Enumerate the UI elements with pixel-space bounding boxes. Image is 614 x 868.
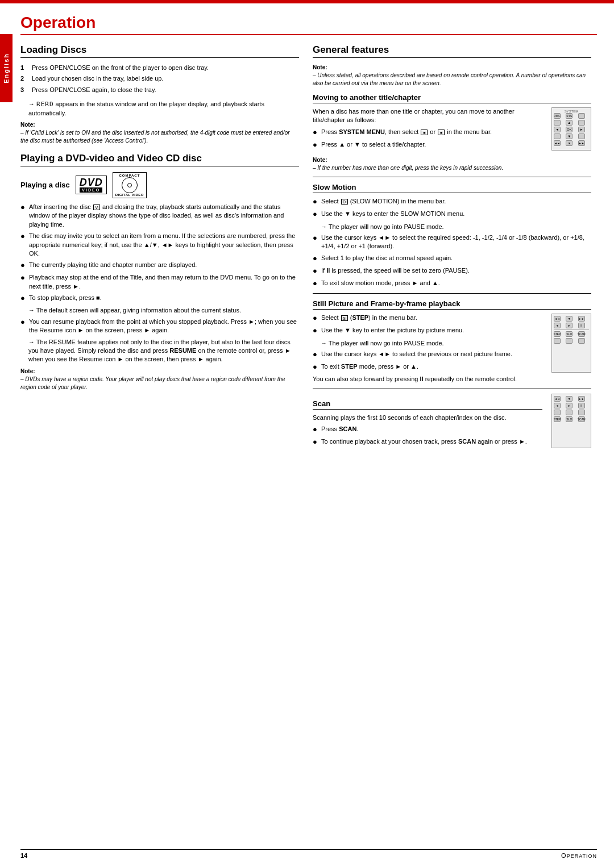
remote-btn: [578, 113, 585, 119]
side-label: English: [0, 34, 13, 102]
remote-btn: [578, 410, 585, 415]
scan-content: Scan Scanning plays the first 10 seconds…: [313, 394, 591, 450]
footer-page-number: 14: [20, 852, 27, 859]
remote-btn: DISC: [554, 113, 561, 119]
slow-bullet-1: ● Select D (SLOW MOTION) in the menu bar…: [313, 197, 591, 207]
scan-bullets: ● Press SCAN. ● To continue playback at …: [313, 425, 542, 447]
default-screen-arrow: → The default screen will appear, giving…: [20, 306, 299, 315]
remote-btn: [578, 120, 585, 126]
step-2: 2 Load your chosen disc in the tray, lab…: [20, 74, 299, 83]
remote-btn: ◄◄: [554, 316, 561, 322]
remote-btn: ▲: [566, 120, 572, 126]
still-extra: You can also step forward by pressing II…: [313, 375, 591, 383]
remote-btn: [578, 133, 585, 139]
step-3: 3 Press OPEN/CLOSE again, to close the t…: [20, 86, 299, 94]
general-note: Note: – Unless stated, all operations de…: [313, 64, 591, 87]
remote-diagram-1: SYSTEM DISC SYS ▲: [551, 107, 591, 151]
slow-pause-arrow: → The player will now go into PAUSE mode…: [313, 223, 591, 231]
moving-bullet-2: ● Press ▲ or ▼ to select a title/chapter…: [313, 140, 542, 150]
playing-disc-label: Playing a disc: [20, 181, 70, 189]
main-title: Operation: [20, 14, 597, 35]
still-picture-section: Still Picture and Frame-by-frame playbac…: [313, 299, 591, 384]
scan-title: Scan: [313, 399, 542, 410]
dvd-bullet-1: ● After inserting the disc V and closing…: [20, 203, 299, 229]
disc-circle: [122, 177, 138, 193]
moving-intro: When a disc has more than one title or c…: [313, 107, 542, 125]
moving-content: When a disc has more than one title or c…: [313, 107, 591, 153]
dvd-resume-bullet: ● You can resume playback from the point…: [20, 318, 299, 335]
slow-icon: D: [341, 199, 348, 205]
remote-btn: ▼: [566, 316, 572, 322]
remote-btn: SYS: [566, 113, 572, 119]
chapter-icon: ■: [438, 130, 445, 135]
dvd-note: Note: – DVDs may have a region code. You…: [20, 368, 299, 391]
remote-btn: SCAN: [578, 416, 585, 422]
dvd-bullet-2: ● The disc may invite you to select an i…: [20, 232, 299, 258]
remote-btn: ◄◄: [554, 140, 561, 146]
remote-btn: ▼: [566, 140, 572, 146]
remote-btn: STEP: [554, 331, 561, 337]
still-bullet-2: ● Use the ▼ key to enter the picture by …: [313, 326, 542, 336]
scan-section: Scan Scanning plays the first 10 seconds…: [313, 394, 591, 450]
loading-discs-title: Loading Discs: [20, 44, 299, 58]
footer-title: OPERATION: [561, 852, 597, 859]
moving-bullet-1: ● Press SYSTEM MENU, then select ■ or ■ …: [313, 128, 542, 137]
remote-btn: ◄: [554, 403, 561, 408]
remote-btn: [566, 410, 572, 415]
remote-btn: [554, 120, 561, 126]
remote-btn: ▼: [566, 133, 572, 139]
disc-inner: [127, 183, 132, 187]
remote-btn: ◄◄: [554, 396, 561, 402]
page: English Operation Loading Discs 1 Press …: [0, 0, 614, 868]
step-1: 1 Press OPEN/CLOSE on the front of the p…: [20, 64, 299, 72]
still-content: ● Select S (STEP) in the menu bar. ● Use…: [313, 314, 591, 375]
scan-bullet-2: ● To continue playback at your chosen tr…: [313, 437, 542, 447]
loading-discs-section: Loading Discs 1 Press OPEN/CLOSE on the …: [20, 44, 299, 145]
still-pause-arrow: → The player will now go into PAUSE mode…: [313, 339, 542, 348]
remote-btn: [578, 338, 585, 344]
video-icon: V: [93, 205, 100, 210]
loading-steps-list: 1 Press OPEN/CLOSE on the front of the p…: [20, 64, 299, 94]
footer: 14 OPERATION: [20, 849, 597, 859]
remote-btn: ◄: [554, 323, 561, 328]
remote-btn: [566, 338, 572, 344]
slow-bullet-3: ● Use the cursor keys ◄► to select the r…: [313, 233, 591, 251]
scan-bullet-1: ● Press SCAN.: [313, 425, 542, 435]
scan-intro: Scanning plays the first 10 seconds of e…: [313, 414, 542, 422]
remote-btn: [554, 410, 561, 415]
disc-logo: COMPACT DIGITAL VIDEO: [113, 172, 147, 198]
moving-title-heading: Moving to another title/chapter: [313, 93, 591, 103]
remote-btn: ►►: [578, 316, 585, 322]
remote-diagram-2: ◄◄ ▼ ►► ◄ ► II: [551, 314, 591, 373]
remote-btn: ◄: [554, 127, 561, 132]
read-arrow-text: → RERD appears in the status window and …: [20, 100, 299, 118]
moving-bullets: ● Press SYSTEM MENU, then select ■ or ■ …: [313, 128, 542, 150]
moving-title-section: Moving to another title/chapter When a d…: [313, 93, 591, 172]
remote-btn: ▼: [566, 396, 572, 402]
left-column: Loading Discs 1 Press OPEN/CLOSE on the …: [20, 44, 299, 450]
slow-motion-bullets: ● Select D (SLOW MOTION) in the menu bar…: [313, 197, 591, 219]
slow-bullet-2: ● Use the ▼ keys to enter the SLOW MOTIO…: [313, 210, 591, 219]
slow-bullet-6: ● To exit slow motion mode, press ► and …: [313, 279, 591, 289]
dvd-bullet-5: ● To stop playback, press ■.: [20, 294, 299, 303]
remote-btn: ►►: [578, 140, 585, 146]
still-bullet-4: ● To exit STEP mode, press ► or ▲.: [313, 362, 542, 372]
dvd-logo: DVD VIDEO: [76, 176, 107, 194]
still-picture-title: Still Picture and Frame-by-frame playbac…: [313, 299, 591, 310]
general-features-title: General features: [313, 44, 591, 58]
remote-btn: SLO: [566, 416, 572, 422]
remote-btn: OK: [566, 127, 572, 132]
general-features-section: General features Note: – Unless stated, …: [313, 44, 591, 450]
slow-motion-title: Slow Motion: [313, 183, 591, 193]
remote-btn: II: [578, 403, 585, 408]
still-bullet-3: ● Use the cursor keys ◄► to select the p…: [313, 350, 542, 360]
still-bullets: ● Select S (STEP) in the menu bar. ● Use…: [313, 314, 542, 336]
dvd-bullet-4: ● Playback may stop at the end of the Ti…: [20, 273, 299, 291]
remote-diagram-3: ◄◄ ▼ ►► ◄ ► II: [551, 394, 591, 448]
remote-btn: ►►: [578, 396, 585, 402]
slow-bullet-4: ● Select 1 to play the disc at normal sp…: [313, 254, 591, 264]
dvd-bullet-3: ● The currently playing title and chapte…: [20, 261, 299, 270]
remote-btn: STEP: [554, 416, 561, 422]
moving-note: Note: – If the number has more than one …: [313, 156, 591, 172]
still-bullets-2: ● Use the cursor keys ◄► to select the p…: [313, 350, 542, 372]
